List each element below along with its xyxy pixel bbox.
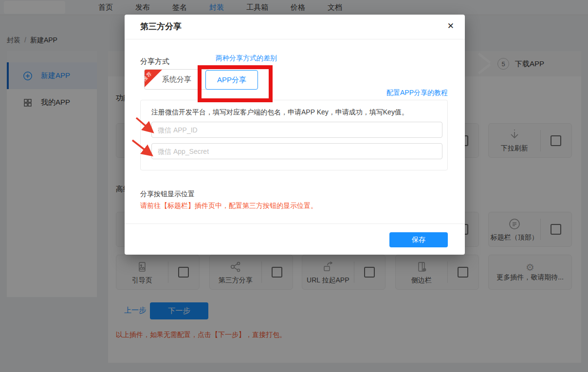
share-method-diff-link[interactable]: 两种分享方式的差别 — [216, 54, 277, 63]
wechat-instruction: 注册微信开发平台，填写对应客户端的包名，申请APP Key，申请成功，填写Key… — [151, 108, 408, 117]
share-button-position-note: 请前往【标题栏】插件页中，配置第三方按钮的显示位置。 — [140, 202, 317, 210]
app-share-tutorial-link[interactable]: 配置APP分享的教程 — [386, 89, 448, 97]
tab-label: 系统分享 — [162, 75, 191, 84]
third-party-share-modal: 第三方分享 ✕ 分享方式 两种分享方式的差别 推荐 系统分享 APP分享 配置A… — [125, 15, 465, 255]
tab-label: APP分享 — [217, 75, 246, 85]
tab-app-share[interactable]: APP分享 — [205, 70, 258, 90]
wechat-config-panel: 注册微信开发平台，填写对应客户端的包名，申请APP Key，申请成功，填写Key… — [140, 100, 448, 170]
tab-system-share[interactable]: 推荐 系统分享 — [144, 69, 209, 90]
modal-header: 第三方分享 ✕ — [125, 15, 465, 39]
share-button-position-label: 分享按钮显示位置 — [140, 190, 195, 199]
share-method-label: 分享方式 — [140, 57, 169, 66]
modal-footer-divider — [125, 223, 465, 224]
save-button[interactable]: 保存 — [389, 232, 448, 247]
recommended-ribbon: 推荐 — [144, 69, 163, 88]
modal-title: 第三方分享 — [140, 21, 182, 32]
close-icon[interactable]: ✕ — [447, 21, 454, 31]
wechat-appid-input[interactable] — [151, 122, 442, 138]
ribbon-label: 推荐 — [144, 70, 154, 82]
wechat-appsecret-input[interactable] — [151, 143, 442, 159]
